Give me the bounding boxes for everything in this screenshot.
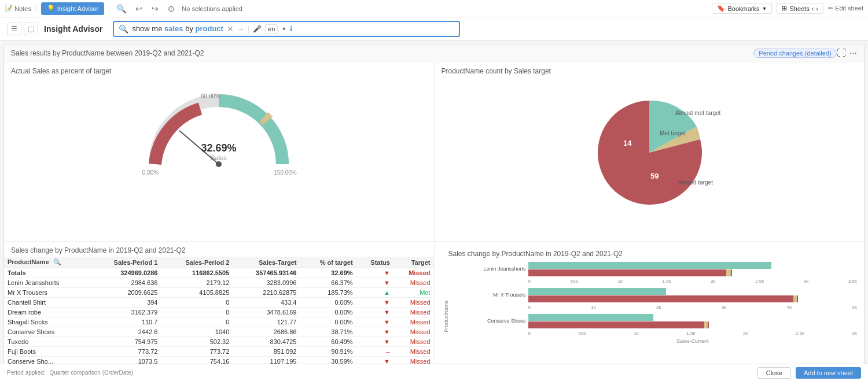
footer-buttons: Close Add to new sheet	[757, 367, 861, 379]
search-lang-arrow[interactable]: ▼	[281, 26, 286, 32]
col-header-p2: Sales-Period 2	[161, 257, 233, 268]
close-button[interactable]: Close	[757, 367, 791, 379]
cell-status: Missed	[393, 347, 434, 357]
edit-sheet-btn[interactable]: ✏ Edit sheet	[828, 5, 863, 12]
bar-tracks-1	[528, 260, 858, 278]
cell-name: Chantell Shirt	[4, 298, 90, 308]
chevron-down-icon: ▼	[762, 6, 767, 12]
cell-pct: 0.00%	[300, 317, 356, 327]
cell-p1: 324969.0286	[90, 268, 161, 278]
cell-pct: 66.37%	[300, 278, 356, 288]
period-value: Quarter comparison (OrderDate)	[50, 369, 134, 376]
search-mic-btn[interactable]: 🎤	[253, 25, 262, 33]
cell-p2: 116862.5505	[161, 268, 233, 278]
col-header-p1: Sales-Period 1	[90, 257, 161, 268]
svg-text:Almost met target: Almost met target	[675, 110, 721, 116]
gauge-title: Actual Sales as percent of target	[4, 62, 434, 77]
cell-p1: 2442.6	[90, 327, 161, 337]
sheets-btn[interactable]: ⊞ Sheets ‹ ›	[777, 3, 823, 14]
search-info-btn[interactable]: ℹ	[290, 25, 293, 33]
notes-button[interactable]: 📝 Notes	[5, 5, 31, 12]
table-title: Sales change by ProductName in 2019-Q2 a…	[4, 242, 434, 257]
grid-icon: ⊞	[782, 5, 787, 12]
search-toggle-btn[interactable]: 🔍	[114, 3, 128, 14]
bar-row-1: Lenin Jeansshorts	[451, 260, 858, 284]
nav-left-icon: ‹	[812, 5, 814, 12]
table-search-icon[interactable]: 🔍	[53, 258, 61, 265]
pie-svg: Almost met target Met target 14 59 Misse…	[562, 83, 736, 222]
cell-p1: 2009.6625	[90, 288, 161, 298]
extra-btn[interactable]: ⊙	[165, 3, 177, 14]
cell-p2: 502.32	[161, 337, 233, 347]
cell-arrow: --	[356, 347, 393, 357]
cell-status: Missed	[393, 317, 434, 327]
panel-icon-1[interactable]: ☰	[7, 23, 21, 35]
results-section: Sales results by ProductName between 201…	[3, 44, 865, 376]
search-bar-icon: 🔍	[119, 24, 128, 34]
table-section: Sales change by ProductName in 2019-Q2 a…	[4, 242, 434, 374]
bar-chart-area: ProductName Lenin Jeansshorts	[442, 260, 858, 372]
no-selections-label: No selections applied	[182, 5, 707, 12]
gauge-section: 32.69% Sales 0.00% 60.00% 150.00%	[4, 77, 434, 187]
pie-title: ProductName count by Sales target	[435, 62, 865, 77]
x-axis-label: Sales-Current	[528, 338, 858, 344]
cell-pct: 0.00%	[300, 298, 356, 308]
redo-btn[interactable]: ↪	[149, 3, 161, 14]
data-table: ProductName 🔍 Sales-Period 1 Sales-Perio…	[4, 257, 434, 372]
cell-arrow: ▼	[356, 327, 393, 337]
main-content: Actual Sales as percent of target	[4, 62, 864, 374]
bar-label-3: Conserve Shoes	[451, 318, 526, 324]
cell-arrow: ▼	[356, 278, 393, 288]
search-clear-btn[interactable]: ✕	[227, 24, 234, 34]
search-bar: 🔍 show me sales by product ✕ → | 🎤 en ▼ …	[113, 21, 460, 37]
add-to-sheet-button[interactable]: Add to new sheet	[796, 367, 861, 379]
table-row: Dream robe 3162.379 0 3478.6169 0.00% ▼ …	[4, 308, 434, 317]
search-lang-selector[interactable]: en	[265, 24, 278, 34]
cell-arrow: ▼	[356, 298, 393, 308]
bookmarks-btn[interactable]: 🔖 Bookmarks ▼	[712, 3, 772, 14]
results-header: Sales results by ProductName between 201…	[4, 45, 864, 62]
svg-text:Sales: Sales	[211, 154, 227, 161]
panel-icon-2[interactable]: ⬚	[24, 23, 38, 35]
toolbar-right: 🔖 Bookmarks ▼ ⊞ Sheets ‹ › ✏ Edit sheet	[712, 3, 863, 14]
search-query: show me sales by product	[132, 24, 223, 33]
bar-tracks-2	[528, 286, 858, 304]
results-title: Sales results by ProductName between 201…	[11, 49, 748, 57]
search-submit-btn[interactable]: →	[237, 25, 244, 33]
svg-text:Met target: Met target	[660, 130, 686, 136]
cell-arrow: ▼	[356, 308, 393, 317]
cell-p2: 2179.12	[161, 278, 233, 288]
cell-pct: 60.49%	[300, 337, 356, 347]
insight-icon: 💡	[47, 5, 55, 12]
bar-chart-content: Lenin Jeansshorts	[451, 260, 858, 372]
table-row: Totals 324969.0286 116862.5505 357465.93…	[4, 268, 434, 278]
bar-row-2: Mr X Trousers 01k2k3k4k5k	[451, 286, 858, 310]
table-row: Shagall Socks 110.7 0 121.77 0.00% ▼ Mis…	[4, 317, 434, 327]
cell-name: Shagall Socks	[4, 317, 90, 327]
left-panel: Actual Sales as percent of target	[4, 62, 435, 374]
cell-name: Tuxedo	[4, 337, 90, 347]
insight-advisor-tab[interactable]: 💡 Insight Advisor	[41, 2, 105, 15]
cell-name: Dream robe	[4, 308, 90, 317]
col-header-pct: % of target	[300, 257, 356, 268]
cell-p2: 0	[161, 317, 233, 327]
bar-p1-1	[528, 262, 772, 269]
more-options-btn[interactable]: ···	[849, 48, 857, 58]
cell-pct: 38.71%	[300, 327, 356, 337]
pie-panel: ProductName count by Sales target	[435, 62, 865, 242]
undo-btn[interactable]: ↩	[133, 3, 145, 14]
svg-text:60.00%: 60.00%	[201, 93, 220, 99]
svg-text:Missed target: Missed target	[678, 179, 713, 186]
cell-p2: 0	[161, 298, 233, 308]
period-badge[interactable]: Period changes (detailed)	[753, 49, 836, 58]
col-header-product: ProductName 🔍	[4, 257, 90, 268]
cell-target: 3283.0996	[233, 278, 300, 288]
cell-target: 357465.93146	[233, 268, 300, 278]
footer: Period applied: Quarter comparison (Orde…	[0, 364, 868, 381]
expand-btn[interactable]: ⛶	[837, 48, 846, 58]
cell-target: 2210.62875	[233, 288, 300, 298]
cell-target: 851.092	[233, 347, 300, 357]
bar-axis-3: 05001k1.5k2k2.5k3k	[528, 331, 858, 336]
cell-status: Missed	[393, 308, 434, 317]
nav-right-icon: ›	[816, 5, 818, 12]
